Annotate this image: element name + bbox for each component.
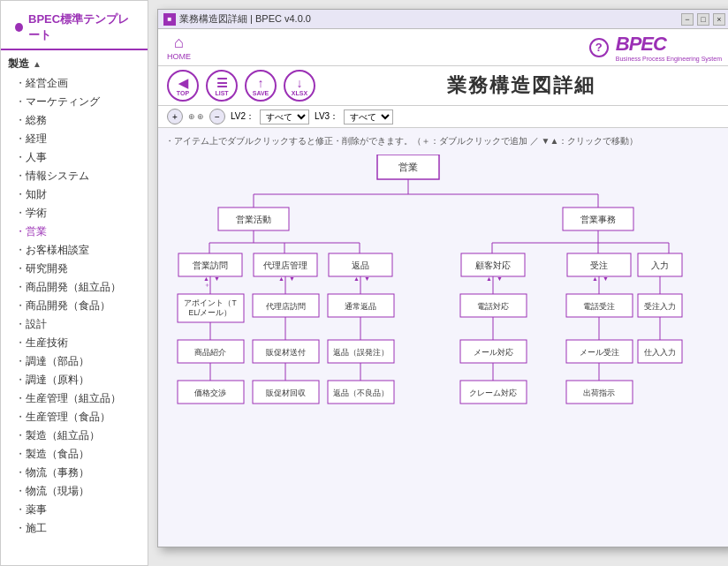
svg-rect-43 <box>460 294 527 317</box>
svg-rect-79 <box>460 381 527 404</box>
lv3-select[interactable]: すべて <box>344 109 393 125</box>
svg-text:営業: 営業 <box>398 162 418 172</box>
sidebar-item-3[interactable]: 経理 <box>1 130 148 148</box>
svg-text:受注: 受注 <box>590 260 608 270</box>
svg-rect-33 <box>178 294 244 322</box>
close-button[interactable]: × <box>713 13 725 26</box>
home-icon: ⌂ <box>174 34 184 52</box>
svg-text:返品（誤発注）: 返品（誤発注） <box>333 348 389 357</box>
sidebar-item-17[interactable]: 生産管理（組立品） <box>1 389 148 408</box>
sidebar-item-21[interactable]: 物流（事務） <box>1 464 148 482</box>
sidebar-item-13[interactable]: 設計 <box>1 315 148 334</box>
main-area: ■ 業務構造図詳細 | BPEC v4.0.0 − □ × ⌂ HOME ? B… <box>148 0 728 566</box>
sidebar-item-14[interactable]: 生産技術 <box>1 334 148 352</box>
svg-text:受注入力: 受注入力 <box>644 302 676 311</box>
sidebar-section-header[interactable]: 製造 ▲ <box>1 54 148 74</box>
svg-rect-67 <box>638 340 682 363</box>
sidebar-item-9[interactable]: お客様相談室 <box>1 241 148 260</box>
sidebar-item-23[interactable]: 薬事 <box>1 501 148 519</box>
sidebar-item-5[interactable]: 情報システム <box>1 167 148 185</box>
svg-rect-28 <box>567 253 631 276</box>
sidebar-item-20[interactable]: 製造（食品） <box>1 445 148 464</box>
svg-text:▲: ▲ <box>486 275 492 282</box>
svg-text:メール受注: メール受注 <box>580 348 619 357</box>
sidebar-item-15[interactable]: 調達（部品） <box>1 352 148 371</box>
svg-text:電話対応: 電話対応 <box>477 302 509 311</box>
svg-text:代理店管理: 代理店管理 <box>262 260 307 270</box>
sidebar-item-0[interactable]: 経営企画 <box>1 74 148 93</box>
sidebar-item-11[interactable]: 商品開発（組立品） <box>1 278 148 297</box>
section-arrow: ▲ <box>33 59 42 69</box>
sidebar-item-4[interactable]: 人事 <box>1 148 148 167</box>
sidebar-items-container: 経営企画マーケティング総務経理人事情報システム知財学術営業お客様相談室研究開発商… <box>1 74 148 538</box>
zoom-out-button[interactable]: − <box>209 109 225 125</box>
svg-text:メール対応: メール対応 <box>474 348 513 357</box>
svg-rect-82 <box>566 381 633 404</box>
content-note: ・アイテム上でダブルクリックすると修正・削除ができます。（＋：ダブルクリックで追… <box>165 135 724 147</box>
home-button[interactable]: ⌂ HOME <box>167 34 191 61</box>
svg-text:電話受注: 電話受注 <box>583 302 615 311</box>
home-label: HOME <box>167 52 191 61</box>
svg-rect-40 <box>328 294 394 317</box>
svg-text:EL/メール）: EL/メール） <box>189 308 232 317</box>
list-icon: ☰ <box>216 76 228 90</box>
bpec-subtitle: Business Process Engineering System <box>616 56 722 62</box>
top-button[interactable]: ◀ TOP <box>167 70 199 102</box>
page-title: 業務構造図詳細 <box>447 72 595 99</box>
lv2-select[interactable]: すべて <box>260 109 309 125</box>
left-sidebar: BPEC標準テンプレート 製造 ▲ 経営企画マーケティング総務経理人事情報システ… <box>0 0 148 566</box>
filter-row: + ⊕ ⊕ − LV2： すべて LV3： すべて <box>158 106 728 128</box>
sidebar-item-8[interactable]: 営業 <box>1 223 148 241</box>
svg-rect-49 <box>638 294 682 317</box>
sidebar-item-22[interactable]: 物流（現場） <box>1 482 148 501</box>
sidebar-item-19[interactable]: 製造（組立品） <box>1 426 148 445</box>
svg-text:▼: ▼ <box>214 275 220 282</box>
svg-text:▲: ▲ <box>353 275 360 282</box>
help-button[interactable]: ? <box>589 38 609 57</box>
svg-text:▲: ▲ <box>592 275 598 282</box>
top-label: TOP <box>177 90 189 96</box>
svg-rect-15 <box>178 253 242 276</box>
svg-text:通常返品: 通常返品 <box>345 302 376 311</box>
window-titlebar: ■ 業務構造図詳細 | BPEC v4.0.0 − □ × <box>158 10 728 29</box>
title-dot <box>15 23 23 32</box>
window-content: ・アイテム上でダブルクリックすると修正・削除ができます。（＋：ダブルクリックで追… <box>158 128 728 547</box>
svg-rect-5 <box>218 208 289 230</box>
xlsx-button[interactable]: ↓ XLSX <box>284 70 315 102</box>
page-title-area: 業務構造図詳細 <box>321 72 722 99</box>
svg-text:▼: ▼ <box>364 275 370 282</box>
save-button[interactable]: ↑ SAVE <box>245 70 277 102</box>
zoom-in-button[interactable]: + <box>167 109 183 125</box>
sidebar-item-2[interactable]: 総務 <box>1 111 148 130</box>
svg-text:▲: ▲ <box>278 275 284 282</box>
svg-rect-61 <box>460 340 527 363</box>
bpec-logo-area: BPEC Business Process Engineering System <box>616 33 722 62</box>
svg-text:▲: ▲ <box>203 275 209 282</box>
svg-rect-58 <box>328 340 394 363</box>
svg-rect-55 <box>253 340 319 363</box>
minimize-button[interactable]: − <box>681 13 694 26</box>
xlsx-label: XLSX <box>292 90 307 96</box>
sidebar-item-1[interactable]: マーケティング <box>1 93 148 111</box>
xlsx-icon: ↓ <box>297 76 303 90</box>
list-button[interactable]: ☰ LIST <box>206 70 238 102</box>
sidebar-item-12[interactable]: 商品開発（食品） <box>1 297 148 315</box>
svg-text:営業訪問: 営業訪問 <box>193 260 228 270</box>
svg-rect-17 <box>254 253 317 276</box>
svg-rect-73 <box>253 381 319 404</box>
sidebar-item-24[interactable]: 施工 <box>1 519 148 538</box>
svg-text:出荷指示: 出荷指示 <box>583 389 615 397</box>
maximize-button[interactable]: □ <box>697 13 709 26</box>
top-icon: ◀ <box>178 76 188 90</box>
svg-text:価格交渉: 価格交渉 <box>194 389 226 397</box>
logo-area: ? BPEC Business Process Engineering Syst… <box>589 33 722 62</box>
sidebar-item-10[interactable]: 研究開発 <box>1 260 148 278</box>
svg-rect-76 <box>328 381 394 404</box>
sidebar-item-18[interactable]: 生産管理（食品） <box>1 408 148 426</box>
svg-text:販促材回収: 販促材回収 <box>266 389 306 397</box>
sidebar-item-16[interactable]: 調達（原料） <box>1 371 148 389</box>
titlebar-icon: ■ <box>163 13 176 26</box>
svg-text:アポイント（T: アポイント（T <box>184 298 236 307</box>
sidebar-item-7[interactable]: 学術 <box>1 204 148 223</box>
sidebar-item-6[interactable]: 知財 <box>1 185 148 204</box>
